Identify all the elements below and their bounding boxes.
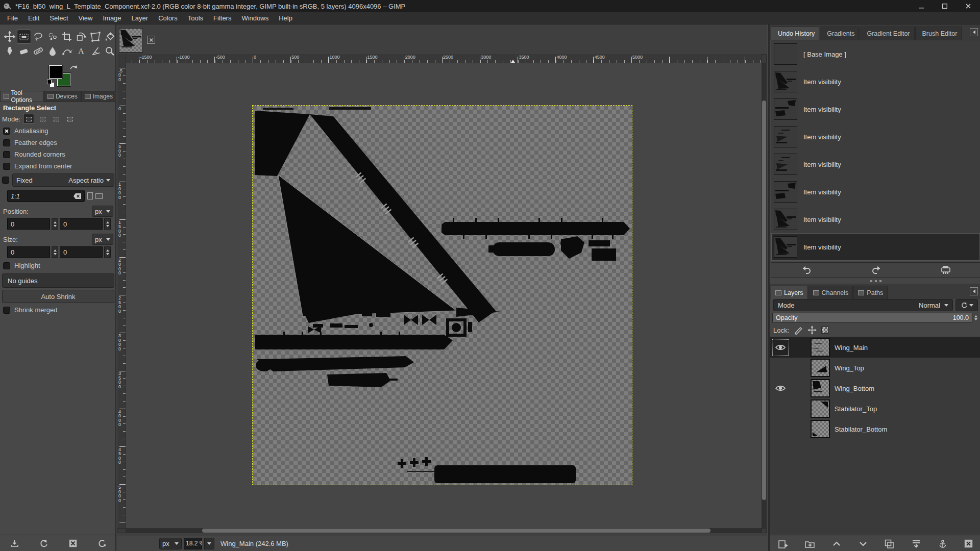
lock-alpha-icon[interactable] (821, 327, 828, 334)
auto-shrink-button[interactable]: Auto Shrink (2, 290, 114, 303)
layer-visibility-toggle[interactable] (773, 340, 788, 355)
menu-item[interactable]: Select (44, 13, 73, 23)
tool-button[interactable] (3, 44, 17, 58)
menu-item[interactable]: Colors (153, 13, 183, 23)
position-x-field[interactable]: 0 (7, 218, 50, 230)
collapse-dock-icon[interactable] (970, 287, 978, 295)
undo-history-item[interactable]: Item visibility (771, 123, 980, 151)
menu-item[interactable]: File (2, 13, 23, 23)
title-bar[interactable]: *F16_bl50_wing_L_Template_Component.xcf-… (0, 0, 980, 12)
tool-button[interactable] (31, 44, 45, 58)
shrink-merged-checkbox[interactable] (3, 307, 10, 314)
minimize-button[interactable] (910, 0, 933, 12)
menu-item[interactable]: Filters (208, 13, 236, 23)
tool-button[interactable] (103, 44, 117, 58)
undo-history-item[interactable]: Item visibility (771, 151, 980, 178)
close-button[interactable] (957, 0, 980, 12)
layer-name[interactable]: Wing_Bottom (835, 385, 874, 392)
layer-thumbnail[interactable] (811, 359, 830, 377)
menu-item[interactable]: Help (274, 13, 298, 23)
left-dock-tab[interactable]: Tool Options (0, 91, 44, 102)
maximize-button[interactable] (933, 0, 957, 12)
quick-mask-toggle[interactable] (117, 528, 126, 533)
layer-name[interactable]: Wing_Main (835, 344, 868, 352)
clear-history-icon[interactable] (941, 265, 951, 274)
menu-item[interactable]: Layer (127, 13, 154, 23)
blend-space-button[interactable] (955, 299, 978, 311)
default-colors-icon[interactable] (47, 80, 52, 84)
vertical-scrollbar-thumb[interactable] (762, 101, 766, 500)
image-tab-thumbnail[interactable] (119, 28, 143, 53)
size-height-spinner[interactable] (104, 246, 111, 258)
layer-visibility-toggle[interactable] (773, 360, 788, 375)
left-dock-tab[interactable]: Images (81, 91, 116, 102)
opacity-spinner[interactable] (972, 313, 979, 322)
portrait-icon[interactable] (87, 192, 93, 199)
image-tab-close-icon[interactable] (147, 36, 155, 44)
lock-position-icon[interactable] (807, 325, 817, 335)
opacity-slider[interactable]: Opacity 100.0 (772, 313, 972, 322)
guides-dropdown[interactable]: No guides (2, 273, 114, 288)
menu-item[interactable]: Image (97, 13, 126, 23)
horizontal-scrollbar[interactable] (126, 528, 762, 533)
lower-layer-icon[interactable] (859, 539, 868, 548)
menu-item[interactable]: View (74, 13, 98, 23)
lock-pixels-icon[interactable] (794, 325, 803, 335)
position-unit-dropdown[interactable]: px (92, 206, 113, 217)
anchor-layer-icon[interactable] (938, 539, 947, 548)
layer-visibility-toggle[interactable] (773, 421, 788, 437)
layer-row[interactable]: Stabilator_Bottom (770, 419, 980, 439)
dock-tab[interactable]: Gradient Editor (860, 27, 914, 40)
dock-splitter[interactable] (770, 278, 980, 284)
merge-down-icon[interactable] (912, 539, 921, 548)
undo-history-item[interactable]: Item visibility (771, 233, 980, 261)
foreground-color-swatch[interactable] (49, 65, 62, 79)
tool-button[interactable] (103, 30, 117, 44)
fixed-type-dropdown[interactable]: Fixed Aspect ratio (12, 173, 114, 187)
left-dock-tab[interactable]: Devices (44, 91, 81, 102)
position-y-spinner[interactable] (104, 218, 111, 230)
delete-layer-icon[interactable] (964, 539, 973, 548)
tool-button[interactable] (17, 44, 31, 58)
tool-button[interactable] (60, 30, 74, 44)
restore-preset-icon[interactable] (39, 539, 48, 547)
layer-row[interactable]: Wing_Main (770, 337, 980, 358)
fixed-checkbox[interactable] (2, 177, 9, 184)
tool-button[interactable] (45, 44, 60, 58)
dock-tab[interactable]: Brush Editor (915, 27, 962, 40)
checkbox[interactable] (3, 128, 10, 135)
tool-button[interactable] (88, 44, 103, 58)
size-height-field[interactable]: 0 (60, 246, 103, 258)
tool-button[interactable] (45, 30, 60, 44)
reset-defaults-icon[interactable] (97, 539, 106, 547)
swap-colors-icon[interactable] (69, 64, 78, 71)
ruler-menu-button[interactable] (762, 54, 767, 63)
tool-button[interactable] (17, 30, 31, 44)
image-layer-canvas[interactable] (253, 106, 632, 485)
vertical-scrollbar[interactable] (762, 63, 767, 528)
layer-mode-dropdown[interactable]: Mode Normal (773, 299, 953, 311)
zoom-level-input[interactable]: 18.2 % (184, 538, 202, 549)
duplicate-layer-icon[interactable] (885, 539, 894, 548)
tool-button[interactable] (3, 30, 17, 44)
new-group-icon[interactable] (805, 539, 815, 548)
size-unit-dropdown[interactable]: px (92, 234, 113, 245)
dock-tab[interactable]: Layers (771, 286, 808, 299)
position-x-spinner[interactable] (52, 218, 58, 230)
undo-history-item[interactable]: Item visibility (771, 206, 980, 233)
zoom-dropdown-button[interactable] (204, 538, 214, 549)
menu-item[interactable]: Tools (183, 13, 208, 23)
horizontal-scrollbar-thumb[interactable] (202, 529, 710, 533)
mode-add-button[interactable] (37, 114, 48, 124)
ruler-corner[interactable] (117, 54, 126, 63)
undo-icon[interactable] (800, 264, 813, 276)
layer-name[interactable]: Wing_Top (835, 364, 864, 372)
checkbox[interactable] (3, 151, 10, 158)
dock-tab[interactable]: Gradients (820, 27, 859, 40)
layer-row[interactable]: Wing_Bottom (770, 378, 980, 398)
highlight-checkbox[interactable] (3, 262, 10, 269)
landscape-icon[interactable] (95, 193, 103, 199)
layer-name[interactable]: Stabilator_Bottom (835, 425, 887, 433)
save-preset-icon[interactable] (10, 539, 19, 547)
aspect-ratio-input[interactable]: 1:1 (7, 190, 85, 202)
